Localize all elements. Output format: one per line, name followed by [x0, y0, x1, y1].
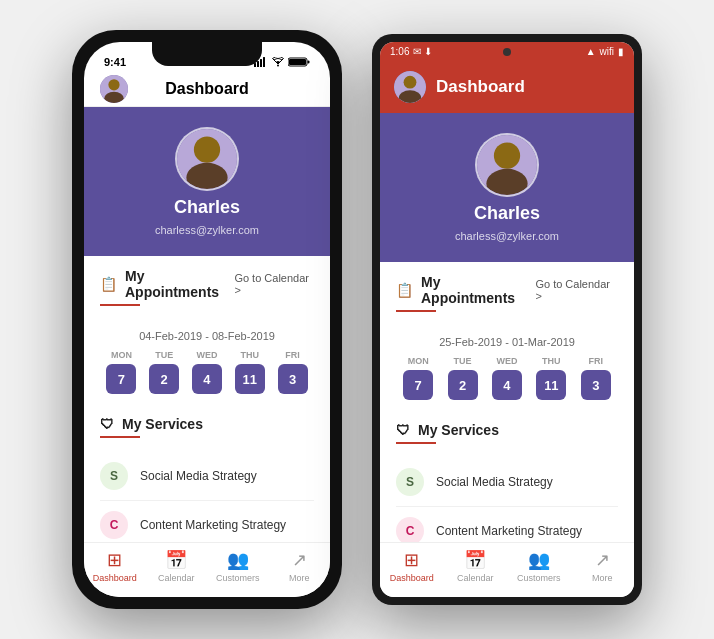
ios-avatar-svg: [177, 129, 237, 189]
bottom-nav-item-more[interactable]: ↗ More: [269, 549, 331, 583]
svg-point-10: [194, 137, 220, 163]
ios-nav-avatar: [100, 75, 128, 103]
bottom-nav-item-customers[interactable]: 👥 Customers: [507, 549, 571, 583]
ios-services-header: 🛡 My Services: [100, 416, 314, 432]
android-top-nav: Dashboard: [380, 61, 634, 113]
bottom-nav-item-calendar[interactable]: 📅 Calendar: [146, 549, 208, 583]
service-name: Content Marketing Strategy: [140, 518, 286, 532]
bottom-nav-icon: ⊞: [404, 549, 419, 571]
android-phone: 1:06 ✉ ⬇ ▲ wifi ▮: [372, 34, 642, 605]
android-avatar-svg: [394, 71, 426, 103]
bottom-nav-label: Customers: [517, 573, 561, 583]
ios-appointments-header: 📋 My Appointments Go to Calendar >: [100, 268, 314, 300]
bottom-nav-icon: ⊞: [107, 549, 122, 571]
calendar-day[interactable]: THU 11: [536, 356, 566, 400]
android-wifi-icon: wifi: [600, 46, 614, 57]
svg-point-12: [404, 76, 417, 89]
ios-profile-avatar: [175, 127, 239, 191]
android-calendar-range: 25-Feb-2019 - 01-Mar-2019: [396, 336, 618, 348]
ios-time: 9:41: [104, 56, 126, 68]
wifi-icon: [272, 57, 284, 67]
cal-day-name: FRI: [589, 356, 604, 366]
service-name: Social Media Strategy: [140, 469, 257, 483]
svg-point-4: [277, 65, 279, 67]
svg-rect-1: [257, 61, 259, 67]
svg-point-8: [108, 79, 119, 90]
avatar-svg: [100, 75, 128, 103]
bottom-nav-item-customers[interactable]: 👥 Customers: [207, 549, 269, 583]
bottom-nav-label: Calendar: [158, 573, 195, 583]
svg-point-14: [494, 143, 520, 169]
calendar-day[interactable]: WED 4: [492, 356, 522, 400]
android-appointments-divider: [396, 310, 436, 312]
bottom-nav-item-dashboard[interactable]: ⊞ Dashboard: [380, 549, 444, 583]
calendar-day[interactable]: TUE 2: [448, 356, 478, 400]
android-calendar-icon: 📋: [396, 282, 413, 298]
ios-calendar-link[interactable]: Go to Calendar >: [234, 272, 314, 296]
ios-screen: 9:41: [84, 42, 330, 597]
ios-services-section: 🛡 My Services: [84, 404, 330, 452]
bottom-nav-label: Dashboard: [390, 573, 434, 583]
ios-calendar-range: 04-Feb-2019 - 08-Feb-2019: [100, 330, 314, 342]
battery-icon: [288, 57, 310, 67]
svg-rect-7: [308, 61, 310, 64]
calendar-day[interactable]: THU 11: [235, 350, 265, 394]
android-profile-avatar: [475, 133, 539, 197]
android-camera: [503, 48, 511, 56]
bottom-nav-icon: ↗: [595, 549, 610, 571]
ios-appointments-divider: [100, 304, 140, 306]
bottom-nav-label: Calendar: [457, 573, 494, 583]
service-name: Content Marketing Strategy: [436, 524, 582, 538]
android-services-divider: [396, 442, 436, 444]
bottom-nav-icon: 📅: [165, 549, 187, 571]
bottom-nav-item-more[interactable]: ↗ More: [571, 549, 635, 583]
svg-rect-2: [260, 59, 262, 67]
service-badge: S: [396, 468, 424, 496]
calendar-day[interactable]: FRI 3: [581, 356, 611, 400]
bottom-nav-label: Dashboard: [93, 573, 137, 583]
android-appointments-header: 📋 My Appointments Go to Calendar >: [396, 274, 618, 306]
ios-notch: [152, 42, 262, 66]
android-status-left: 1:06 ✉ ⬇: [390, 46, 432, 57]
cal-day-num: 3: [581, 370, 611, 400]
shield-icon: 🛡: [100, 416, 114, 432]
service-item[interactable]: S Social Media Strategy: [100, 452, 314, 501]
android-nav-title: Dashboard: [436, 77, 525, 97]
calendar-day[interactable]: FRI 3: [278, 350, 308, 394]
ios-calendar-grid: MON 7 TUE 2 WED 4 THU 11 FRI 3: [100, 350, 314, 394]
scene: 9:41: [72, 30, 642, 609]
service-name: Social Media Strategy: [436, 475, 553, 489]
android-appointments-section: 📋 My Appointments Go to Calendar >: [380, 262, 634, 326]
svg-point-11: [186, 163, 227, 189]
android-profile-banner: Charles charless@zylker.com: [380, 113, 634, 262]
ios-profile-name: Charles: [174, 197, 240, 218]
android-battery-icon: ▮: [618, 46, 624, 57]
ios-nav-title: Dashboard: [165, 80, 249, 98]
android-calendar-grid: MON 7 TUE 2 WED 4 THU 11 FRI 3: [396, 356, 618, 400]
android-time: 1:06: [390, 46, 409, 57]
bottom-nav-label: More: [592, 573, 613, 583]
cal-day-name: THU: [241, 350, 260, 360]
calendar-day[interactable]: MON 7: [106, 350, 136, 394]
svg-point-15: [486, 169, 527, 195]
bottom-nav-icon: 👥: [528, 549, 550, 571]
cal-day-name: WED: [496, 356, 517, 366]
service-badge: S: [100, 462, 128, 490]
calendar-day[interactable]: TUE 2: [149, 350, 179, 394]
cal-day-name: TUE: [155, 350, 173, 360]
android-shield-icon: 🛡: [396, 422, 410, 438]
android-profile-name: Charles: [474, 203, 540, 224]
calendar-icon: 📋: [100, 276, 117, 292]
bottom-nav-item-dashboard[interactable]: ⊞ Dashboard: [84, 549, 146, 583]
calendar-day[interactable]: WED 4: [192, 350, 222, 394]
cal-day-num: 2: [448, 370, 478, 400]
android-calendar-link[interactable]: Go to Calendar >: [535, 278, 618, 302]
calendar-day[interactable]: MON 7: [403, 356, 433, 400]
service-item[interactable]: S Social Media Strategy: [396, 458, 618, 507]
bottom-nav-item-calendar[interactable]: 📅 Calendar: [444, 549, 508, 583]
service-badge: C: [396, 517, 424, 545]
android-nav-avatar: [394, 71, 426, 103]
ios-profile-email: charless@zylker.com: [155, 224, 259, 236]
cal-day-num: 4: [192, 364, 222, 394]
svg-point-13: [399, 90, 421, 103]
